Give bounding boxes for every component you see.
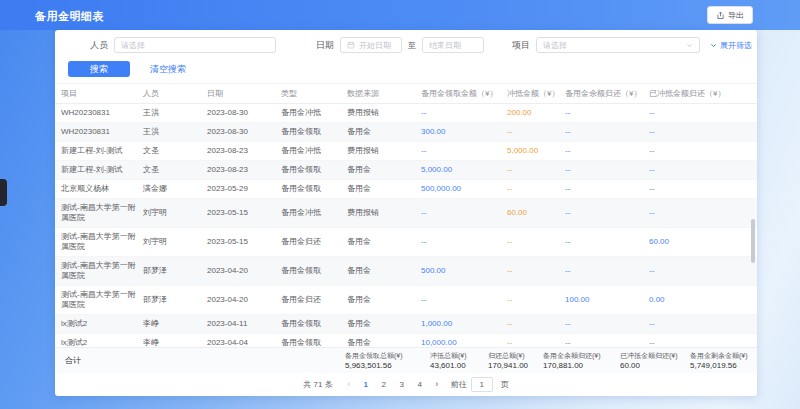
table-cell: -- xyxy=(649,123,741,141)
table-cell: 备用金 xyxy=(347,262,421,280)
column-header: 类型 xyxy=(281,88,347,99)
table-cell: 备用金冲抵 xyxy=(281,104,347,122)
pager-pages: 1234 xyxy=(359,377,427,391)
table-cell: -- xyxy=(421,233,507,251)
table-cell: 60.00 xyxy=(507,204,565,222)
project-select[interactable]: 请选择 xyxy=(536,37,700,53)
goto-page-input[interactable] xyxy=(471,377,493,392)
table-row[interactable]: 新建工程-刘-测试文圣2023-08-23备用金冲抵费用报销--5,000.00… xyxy=(55,142,757,161)
sidebar-collapse-handle[interactable] xyxy=(0,179,7,206)
table-cell: 备用金归还 xyxy=(281,291,347,309)
table-cell: 2023-05-15 xyxy=(207,233,281,251)
table-cell: -- xyxy=(649,262,741,280)
table-cell: 费用报销 xyxy=(347,204,421,222)
table-cell: 备用金领取 xyxy=(281,180,347,198)
export-label: 导出 xyxy=(728,10,744,21)
goto-label-suffix: 页 xyxy=(501,379,509,390)
summary-item: 归还总额(¥)170,941.00 xyxy=(488,351,543,370)
chevron-down-icon xyxy=(686,42,693,49)
next-page-button[interactable]: › xyxy=(431,377,443,391)
table-cell: -- xyxy=(507,123,565,141)
person-select-placeholder: 请选择 xyxy=(121,40,145,51)
person-select[interactable]: 请选择 xyxy=(114,37,276,53)
page-button[interactable]: 1 xyxy=(359,377,373,391)
content-card: 人员 请选择 日期 开始日期 至 结束日期 项目 请选择 xyxy=(55,30,757,396)
table-cell: 测试-南昌大学第一附属医院 xyxy=(61,257,143,285)
person-filter-label: 人员 xyxy=(90,39,108,52)
search-button[interactable]: 搜索 xyxy=(68,61,130,77)
table-cell: -- xyxy=(649,315,741,333)
data-table: 项目人员日期类型数据来源备用金领取金额（¥）冲抵金额（¥）备用金余额归还（¥）已… xyxy=(55,84,757,347)
start-date-placeholder: 开始日期 xyxy=(359,40,391,51)
page-button[interactable]: 4 xyxy=(413,377,427,391)
summary-items: 备用金领取总额(¥)5,963,501.56冲抵总额(¥)43,601.00归还… xyxy=(345,351,748,370)
table-cell: 500,000.00 xyxy=(421,180,507,198)
export-button[interactable]: 导出 xyxy=(707,6,753,24)
table-cell: -- xyxy=(507,262,565,280)
table-cell: -- xyxy=(507,334,565,347)
table-cell: -- xyxy=(565,104,649,122)
summary-item-value: 5,963,501.56 xyxy=(345,361,430,370)
summary-item-label: 备用金余额归还(¥) xyxy=(543,351,620,360)
table-cell: 王洪 xyxy=(143,104,207,122)
table-cell: 500.00 xyxy=(421,262,507,280)
table-cell: 备用金领取 xyxy=(281,161,347,179)
table-row[interactable]: 测试-南昌大学第一附属医院刘宇明2023-05-15备用金归还备用金------… xyxy=(55,228,757,257)
end-date-input[interactable]: 结束日期 xyxy=(422,37,484,53)
summary-item-label: 备用金剩余金额(¥) xyxy=(690,351,748,360)
table-row[interactable]: lx测试2李峥2023-04-11备用金领取备用金1,000.00------ xyxy=(55,315,757,334)
table-body: WH20230831王洪2023-08-30备用金冲抵费用报销--200.00-… xyxy=(55,104,757,347)
date-range-separator: 至 xyxy=(408,40,416,51)
table-cell: 测试-南昌大学第一附属医院 xyxy=(61,199,143,227)
table-cell: 北京顺义杨林 xyxy=(61,180,143,198)
table-cell: 5,000.00 xyxy=(421,161,507,179)
table-row[interactable]: 测试-南昌大学第一附属医院邵梦泽2023-04-20备用金归还备用金----10… xyxy=(55,286,757,315)
table-row[interactable]: lx测试2李峥2023-04-04备用金领取备用金10,000.00------ xyxy=(55,334,757,347)
table-cell: 备用金领取 xyxy=(281,123,347,141)
table-row[interactable]: 新建工程-刘-测试文圣2023-08-23备用金领取备用金5,000.00---… xyxy=(55,161,757,180)
table-cell: -- xyxy=(421,204,507,222)
prev-page-button[interactable]: ‹ xyxy=(343,377,355,391)
table-cell: WH20230831 xyxy=(61,104,143,122)
table-row[interactable]: 测试-南昌大学第一附属医院刘宇明2023-05-15备用金冲抵费用报销--60.… xyxy=(55,199,757,228)
summary-row: 合计 备用金领取总额(¥)5,963,501.56冲抵总额(¥)43,601.0… xyxy=(55,347,757,373)
table-cell: 备用金冲抵 xyxy=(281,204,347,222)
table-cell: 备用金 xyxy=(347,180,421,198)
table-cell: -- xyxy=(649,334,741,347)
clear-search-link[interactable]: 清空搜索 xyxy=(150,63,186,76)
column-header: 项目 xyxy=(61,88,143,99)
summary-item: 备用金余额归还(¥)170,881.00 xyxy=(543,351,620,370)
start-date-input[interactable]: 开始日期 xyxy=(340,37,402,53)
page-button[interactable]: 3 xyxy=(395,377,409,391)
column-header: 已冲抵金额归还（¥） xyxy=(649,88,741,99)
table-cell: 200.00 xyxy=(507,104,565,122)
page-button[interactable]: 2 xyxy=(377,377,391,391)
table-row[interactable]: WH20230831王洪2023-08-30备用金冲抵费用报销--200.00-… xyxy=(55,104,757,123)
summary-item-label: 备用金领取总额(¥) xyxy=(345,351,430,360)
table-cell: 2023-04-11 xyxy=(207,315,281,333)
table-cell: -- xyxy=(565,315,649,333)
table-cell: lx测试2 xyxy=(61,315,143,333)
table-cell: 2023-05-15 xyxy=(207,204,281,222)
expand-filter-link[interactable]: 展开筛选 xyxy=(710,40,752,51)
table-cell: lx测试2 xyxy=(61,334,143,347)
pagination-total: 共 71 条 xyxy=(303,379,332,390)
filter-row: 人员 请选择 日期 开始日期 至 结束日期 项目 请选择 xyxy=(55,37,752,53)
table-row[interactable]: WH20230831王洪2023-08-30备用金领取备用金300.00----… xyxy=(55,123,757,142)
table-cell: -- xyxy=(507,161,565,179)
page-title: 备用金明细表 xyxy=(35,9,104,24)
table-row[interactable]: 测试-南昌大学第一附属医院邵梦泽2023-04-20备用金领取备用金500.00… xyxy=(55,257,757,286)
table-cell: -- xyxy=(507,291,565,309)
table-cell: 100.00 xyxy=(565,291,649,309)
export-icon xyxy=(716,11,725,20)
table-cell: -- xyxy=(565,204,649,222)
table-cell: -- xyxy=(565,334,649,347)
table-row[interactable]: 北京顺义杨林满金娜2023-05-29备用金领取备用金500,000.00---… xyxy=(55,180,757,199)
vertical-scrollbar[interactable] xyxy=(751,219,755,263)
table-cell: 备用金领取 xyxy=(281,262,347,280)
expand-filter-label: 展开筛选 xyxy=(720,40,752,51)
table-cell: -- xyxy=(507,233,565,251)
summary-item-value: 170,881.00 xyxy=(543,361,620,370)
table-cell: 备用金 xyxy=(347,334,421,347)
table-cell: 10,000.00 xyxy=(421,334,507,347)
